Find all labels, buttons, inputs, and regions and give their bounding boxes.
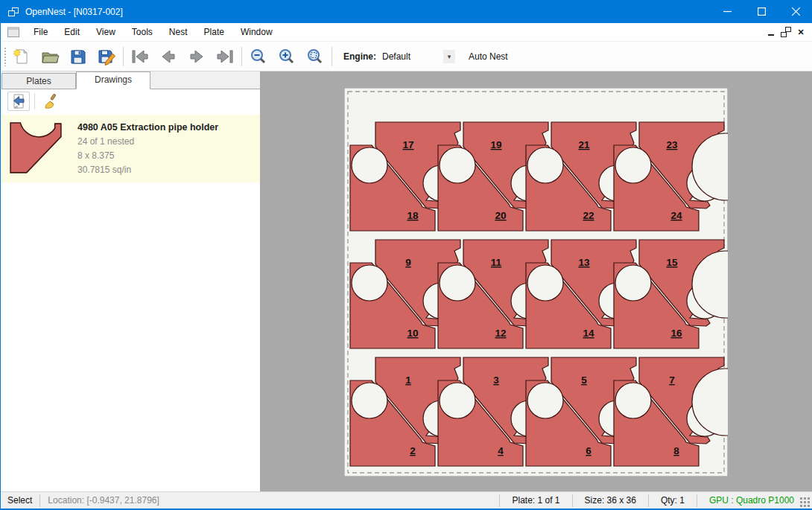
status-mode: Select	[7, 495, 32, 506]
import-drawing-button[interactable]	[7, 92, 30, 111]
panel-tabstrip: Plates Drawings	[1, 71, 260, 89]
part-label-24: 24	[670, 210, 682, 221]
engine-label: Engine:	[343, 51, 376, 62]
open-button[interactable]	[36, 45, 64, 68]
engine-select[interactable]: Default	[382, 51, 443, 62]
save-button[interactable]	[64, 45, 92, 68]
part-label-15: 15	[666, 257, 678, 268]
resize-grip[interactable]	[800, 497, 811, 508]
toolbar: Engine: Default ▾ Auto Nest	[1, 42, 812, 71]
part-label-23: 23	[666, 139, 678, 150]
go-next-button[interactable]	[183, 45, 211, 68]
drawing-list-item[interactable]: 4980 A05 Extraction pipe holder 24 of 1 …	[1, 115, 260, 182]
zoom-fit-button[interactable]	[301, 45, 329, 68]
part-area: 30.7815 sq/in	[77, 165, 218, 175]
auto-nest-button[interactable]: Auto Nest	[463, 48, 514, 65]
zoom-out-button[interactable]	[244, 45, 273, 68]
part-label-9: 9	[405, 257, 411, 268]
menu-item-plate[interactable]: Plate	[196, 24, 232, 40]
engine-dropdown-arrow[interactable]: ▾	[443, 50, 455, 63]
plate-view[interactable]: 171819202122232491011121314151612345678	[344, 88, 728, 476]
part-label-7: 7	[669, 374, 675, 386]
part-label-6: 6	[586, 445, 591, 456]
part-label-10: 10	[407, 328, 418, 339]
clean-button[interactable]	[39, 92, 62, 111]
mdi-close-button[interactable]: ✕	[796, 27, 806, 37]
menu-item-tools[interactable]: Tools	[124, 24, 161, 40]
part-label-12: 12	[495, 328, 506, 339]
part-label-18: 18	[407, 210, 419, 221]
go-previous-button[interactable]	[154, 45, 183, 68]
window-title: OpenNest - [N0317-002]	[25, 7, 123, 17]
part-nested-count: 24 of 1 nested	[77, 136, 218, 147]
mdi-document-icon[interactable]	[7, 27, 19, 37]
app-icon	[8, 7, 19, 16]
go-last-button[interactable]	[211, 45, 239, 68]
menu-item-nest[interactable]: Nest	[161, 24, 196, 40]
part-label-13: 13	[578, 257, 590, 268]
part-label-19: 19	[490, 139, 501, 150]
nest-canvas[interactable]: 171819202122232491011121314151612345678	[261, 71, 812, 491]
status-item-1: Size: 36 x 36	[580, 495, 641, 506]
menu-item-view[interactable]: View	[88, 24, 124, 40]
close-button[interactable]	[778, 0, 812, 23]
mdi-restore-button[interactable]	[781, 27, 791, 37]
panel-toolbar	[1, 89, 260, 113]
app-window: OpenNest - [N0317-002] FileEditViewTools…	[0, 0, 812, 510]
menu-items: FileEditViewToolsNestPlateWindow	[25, 24, 281, 40]
part-label-5: 5	[581, 374, 587, 386]
tab-drawings[interactable]: Drawings	[76, 71, 150, 89]
mdi-minimize-button[interactable]	[766, 27, 776, 37]
part-thumbnail	[9, 121, 64, 175]
status-item-2: Qty: 1	[656, 495, 689, 506]
part-label-1: 1	[405, 374, 411, 386]
status-location: Location: [-0.9437, 21.8796]	[48, 495, 159, 506]
zoom-in-button[interactable]	[273, 45, 301, 68]
title-bar: OpenNest - [N0317-002]	[1, 0, 812, 23]
tab-plates[interactable]: Plates	[1, 73, 76, 89]
part-label-3: 3	[493, 374, 499, 386]
part-size: 8 x 8.375	[77, 150, 218, 161]
status-item-0: Plate: 1 of 1	[507, 495, 564, 506]
part-title: 4980 A05 Extraction pipe holder	[77, 122, 218, 133]
new-file-button[interactable]	[7, 45, 36, 68]
part-label-21: 21	[578, 139, 590, 150]
status-right-items: Plate: 1 of 1Size: 36 x 36Qty: 1GPU : Qu…	[492, 494, 799, 507]
part-label-20: 20	[495, 210, 506, 221]
minimize-button[interactable]	[710, 0, 744, 23]
part-label-4: 4	[498, 445, 504, 456]
status-item-3: GPU : Quadro P1000	[705, 495, 799, 506]
part-label-17: 17	[402, 139, 413, 150]
maximize-button[interactable]	[744, 0, 778, 23]
save-as-button[interactable]	[92, 45, 121, 68]
part-label-11: 11	[491, 257, 502, 268]
menu-item-file[interactable]: File	[25, 24, 56, 40]
part-label-16: 16	[670, 328, 682, 339]
part-label-8: 8	[673, 445, 679, 456]
menu-bar: FileEditViewToolsNestPlateWindow ✕	[1, 23, 812, 42]
part-label-14: 14	[583, 328, 594, 339]
part-label-2: 2	[410, 445, 416, 456]
menu-item-edit[interactable]: Edit	[56, 24, 88, 40]
status-bar: Select Location: [-0.9437, 21.8796] Plat…	[1, 491, 812, 509]
part-label-22: 22	[583, 210, 594, 221]
drawings-panel: Plates Drawings 4980 A05 Extraction pipe…	[1, 71, 261, 491]
menu-item-window[interactable]: Window	[232, 24, 281, 40]
go-first-button[interactable]	[126, 45, 154, 68]
